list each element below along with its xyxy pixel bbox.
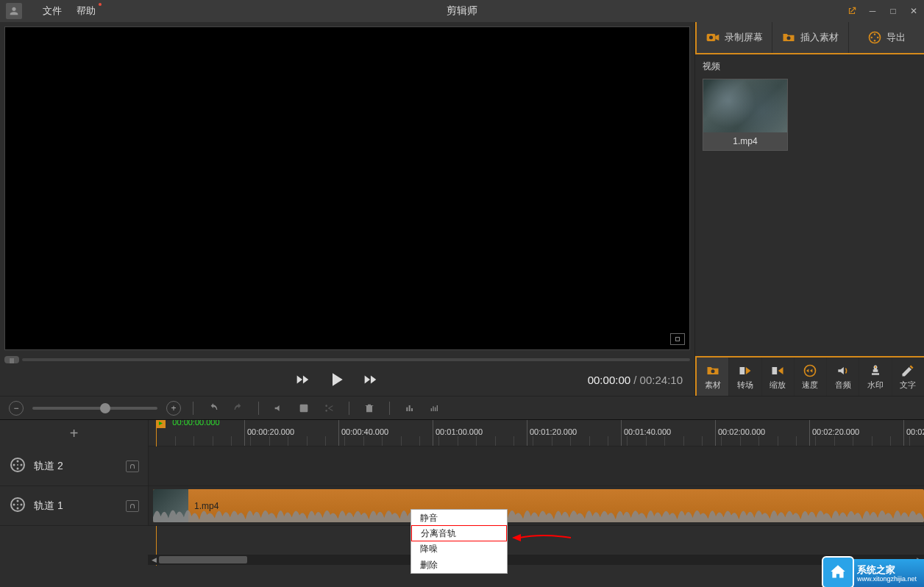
track-1-lock[interactable] (126, 500, 139, 512)
menu-help[interactable]: 帮助 (69, 4, 103, 18)
svg-point-12 (875, 366, 877, 368)
maximize-button[interactable]: □ (887, 5, 899, 17)
film-reel-icon (9, 456, 26, 476)
notification-dot-icon (99, 3, 102, 6)
rb-watermark-label: 水印 (867, 380, 884, 391)
rb-zoom[interactable]: 缩放 (762, 357, 795, 396)
zoom-slider[interactable] (32, 407, 157, 410)
tab-export[interactable]: 导出 (849, 22, 924, 53)
play-button[interactable] (325, 369, 347, 391)
ruler-tick-label: 00:01:40.000 (624, 427, 671, 436)
delete-button[interactable] (361, 400, 377, 416)
annotation-arrow (512, 532, 571, 546)
equalizer1-button[interactable] (402, 400, 418, 416)
ctx-mute[interactable]: 静音 (411, 510, 507, 526)
close-button[interactable]: ✕ (908, 5, 920, 17)
rb-watermark[interactable]: 水印 (859, 357, 892, 396)
fullscreen-icon (675, 337, 680, 341)
scrub-bar[interactable]: ||| (4, 356, 690, 363)
popout-button[interactable] (846, 5, 858, 17)
rb-speed[interactable]: 速度 (795, 357, 827, 396)
speed-icon (803, 363, 817, 378)
effects-button[interactable] (296, 400, 312, 416)
undo-icon (207, 402, 219, 414)
equalizer2-button[interactable] (427, 400, 443, 416)
stamp-icon (868, 363, 883, 378)
trash-icon (363, 402, 375, 414)
timeline-clip-1[interactable]: 1.mp4 (153, 489, 924, 522)
svg-point-4 (874, 34, 876, 36)
ctx-denoise[interactable]: 降噪 (411, 541, 507, 557)
media-thumb-1[interactable]: 1.mp4 (703, 79, 788, 151)
time-ruler[interactable]: ▸ 00:00:00.000 00:00:20.00000:00:40.0000… (149, 420, 924, 447)
watermark-url: www.xitongzhijia.net (857, 576, 917, 583)
popout-icon (847, 6, 857, 16)
ruler-tick-label: 00:02:00.000 (718, 427, 765, 436)
tab-record-screen[interactable]: 录制屏幕 (697, 22, 772, 53)
fullscreen-button[interactable] (670, 333, 685, 345)
titlebar: 文件 帮助 剪辑师 ─ □ ✕ (0, 0, 924, 22)
svg-point-25 (17, 468, 19, 470)
lock-icon (130, 504, 135, 508)
mute-button[interactable] (271, 400, 287, 416)
svg-point-23 (13, 464, 15, 466)
svg-point-26 (17, 464, 18, 466)
right-bottom-toolbar: 素材 转场 缩放 速度 音频 水印 文字 (695, 356, 924, 396)
scroll-thumb[interactable] (159, 556, 247, 563)
context-menu: 静音 分离音轨 降噪 删除 (411, 509, 508, 574)
zoom-icon (770, 363, 785, 378)
svg-point-2 (787, 36, 791, 40)
fx-icon (298, 402, 310, 414)
svg-point-29 (13, 504, 15, 506)
forward-button[interactable] (362, 371, 378, 388)
zoom-in-button[interactable]: + (166, 401, 181, 416)
svg-rect-16 (411, 408, 413, 411)
folder-camera-icon (781, 30, 796, 45)
timecode-current: 00:00:00 (588, 374, 630, 386)
pencil-icon (900, 363, 915, 378)
redo-button[interactable] (230, 400, 246, 416)
media-thumb-image (703, 79, 787, 132)
track-1-body[interactable]: 1.mp4 (149, 486, 924, 525)
zoom-slider-handle[interactable] (100, 403, 110, 413)
rb-transition[interactable]: 转场 (729, 357, 761, 396)
right-panel: 录制屏幕 插入素材 导出 视频 1.mp4 素材 转场 缩放 (694, 22, 924, 396)
svg-rect-9 (739, 367, 744, 374)
zoom-out-button[interactable]: − (9, 401, 24, 416)
tab-insert-media[interactable]: 插入素材 (772, 22, 848, 53)
menu-file[interactable]: 文件 (35, 4, 69, 18)
site-watermark: 系统之家 www.xitongzhijia.net (835, 559, 924, 587)
svg-point-22 (17, 460, 19, 463)
eq-icon (404, 402, 416, 414)
minimize-button[interactable]: ─ (867, 5, 878, 17)
record-camera-icon (706, 30, 720, 45)
ctx-separate-audio[interactable]: 分离音轨 (411, 525, 507, 541)
scroll-left-button[interactable]: ◀ (149, 555, 159, 565)
track-head-1: 轨道 1 (0, 486, 149, 525)
add-track-button[interactable]: + (70, 425, 79, 442)
scrub-handle[interactable]: ||| (4, 356, 19, 363)
preview-viewport[interactable] (4, 26, 690, 350)
rewind-button[interactable] (294, 371, 310, 388)
ruler-tick-label: 00:00:20.000 (247, 427, 294, 436)
undo-button[interactable] (205, 400, 221, 416)
svg-point-32 (17, 504, 18, 505)
media-section: 视频 1.mp4 (695, 54, 924, 157)
rb-text[interactable]: 文字 (892, 357, 924, 396)
track-2-lock[interactable] (126, 460, 139, 472)
cut-button[interactable] (321, 400, 337, 416)
track-2-label: 轨道 2 (34, 460, 118, 473)
tab-insert-label: 插入素材 (800, 31, 839, 44)
svg-rect-10 (772, 367, 778, 374)
ctx-delete[interactable]: 删除 (411, 557, 507, 573)
user-avatar[interactable] (6, 3, 22, 19)
svg-point-5 (870, 37, 873, 39)
rb-material-label: 素材 (705, 380, 721, 391)
rb-material[interactable]: 素材 (697, 357, 729, 396)
app-title: 剪辑师 (447, 4, 477, 18)
scrub-track[interactable] (22, 358, 690, 361)
rb-speed-label: 速度 (802, 380, 818, 391)
rb-audio[interactable]: 音频 (827, 357, 859, 396)
track-2-body[interactable] (149, 447, 924, 485)
add-track-area: + (0, 420, 149, 447)
